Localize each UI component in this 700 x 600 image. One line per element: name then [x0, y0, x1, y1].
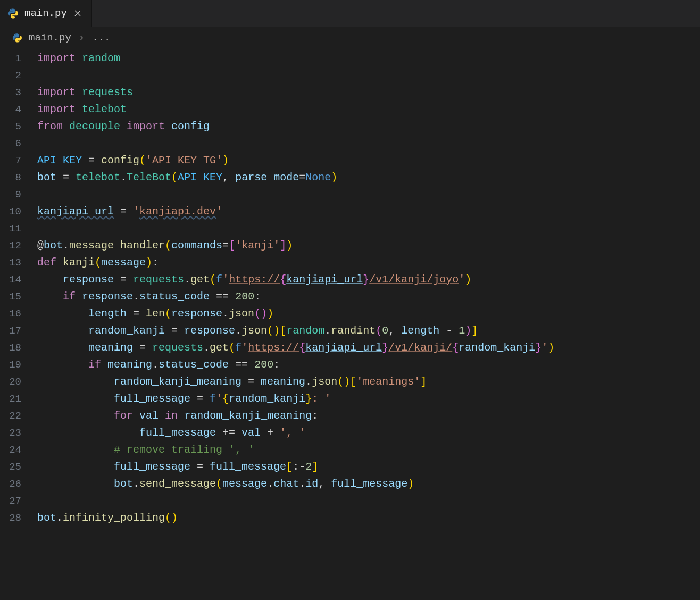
code-line[interactable]: 18 meaning = requests.get(f'https://{kan…: [0, 339, 700, 356]
code-line[interactable]: 26 bot.send_message(message.chat.id, ful…: [0, 476, 700, 493]
code-content[interactable]: length = len(response.json()): [37, 305, 273, 322]
code-line[interactable]: 13def kanji(message):: [0, 254, 700, 271]
line-number: 6: [0, 135, 37, 152]
code-content[interactable]: bot.infinity_polling(): [37, 510, 178, 527]
code-content[interactable]: import random: [37, 50, 120, 67]
python-icon: [7, 7, 19, 19]
code-content[interactable]: import telebot: [37, 101, 127, 118]
code-content[interactable]: full_message = f'{random_kanji}: ': [37, 390, 331, 407]
breadcrumb[interactable]: main.py › ...: [0, 27, 700, 49]
line-number: 27: [0, 493, 37, 510]
line-number: 20: [0, 373, 37, 390]
line-number: 21: [0, 390, 37, 407]
line-number: 28: [0, 510, 37, 527]
code-line[interactable]: 14 response = requests.get(f'https://{ka…: [0, 271, 700, 288]
code-line[interactable]: 3import requests: [0, 84, 700, 101]
line-number: 19: [0, 356, 37, 373]
breadcrumb-ellipsis[interactable]: ...: [92, 32, 110, 44]
code-line[interactable]: 21 full_message = f'{random_kanji}: ': [0, 390, 700, 407]
code-line[interactable]: 24 # remove trailing ', ': [0, 441, 700, 459]
line-number: 15: [0, 288, 37, 305]
line-number: 13: [0, 254, 37, 271]
code-content[interactable]: for val in random_kanji_meaning:: [37, 407, 318, 424]
code-line[interactable]: 1import random: [0, 50, 700, 67]
code-content[interactable]: random_kanji_meaning = meaning.json()['m…: [37, 373, 427, 390]
line-number: 17: [0, 322, 37, 339]
code-line[interactable]: 10kanjiapi_url = 'kanjiapi.dev': [0, 203, 700, 220]
code-line[interactable]: 27: [0, 493, 700, 510]
code-line[interactable]: 7API_KEY = config('API_KEY_TG'): [0, 152, 700, 169]
code-content[interactable]: bot.send_message(message.chat.id, full_m…: [37, 476, 414, 493]
code-line[interactable]: 2: [0, 67, 700, 84]
line-number: 22: [0, 407, 37, 424]
code-content[interactable]: if response.status_code == 200:: [37, 288, 261, 305]
code-content[interactable]: bot = telebot.TeleBot(API_KEY, parse_mod…: [37, 169, 337, 186]
close-icon[interactable]: [72, 8, 83, 19]
line-number: 11: [0, 220, 37, 237]
code-line[interactable]: 6: [0, 135, 700, 152]
code-content[interactable]: random_kanji = response.json()[random.ra…: [37, 322, 478, 339]
breadcrumb-separator: ›: [79, 32, 85, 44]
line-number: 16: [0, 305, 37, 322]
python-icon: [12, 32, 23, 44]
code-line[interactable]: 5from decouple import config: [0, 118, 700, 135]
code-content[interactable]: @bot.message_handler(commands=['kanji']): [37, 237, 293, 254]
code-line[interactable]: 20 random_kanji_meaning = meaning.json()…: [0, 373, 700, 390]
code-content[interactable]: if meaning.status_code == 200:: [37, 356, 280, 373]
line-number: 12: [0, 237, 37, 254]
code-line[interactable]: 4import telebot: [0, 101, 700, 118]
line-number: 3: [0, 84, 37, 101]
tab-label: main.py: [24, 7, 67, 19]
code-content[interactable]: kanjiapi_url = 'kanjiapi.dev': [37, 203, 222, 220]
code-content[interactable]: from decouple import config: [37, 118, 210, 135]
code-line[interactable]: 28bot.infinity_polling(): [0, 510, 700, 527]
code-content[interactable]: meaning = requests.get(f'https://{kanjia…: [37, 339, 554, 356]
line-number: 4: [0, 101, 37, 118]
code-line[interactable]: 25 full_message = full_message[:-2]: [0, 459, 700, 476]
code-content[interactable]: full_message = full_message[:-2]: [37, 459, 318, 476]
line-number: 8: [0, 169, 37, 186]
code-content[interactable]: full_message += val + ', ': [37, 424, 305, 441]
code-line[interactable]: 12@bot.message_handler(commands=['kanji'…: [0, 237, 700, 254]
code-line[interactable]: 9: [0, 186, 700, 203]
line-number: 24: [0, 441, 37, 459]
code-content[interactable]: # remove trailing ', ': [37, 441, 254, 459]
code-line[interactable]: 16 length = len(response.json()): [0, 305, 700, 322]
line-number: 14: [0, 271, 37, 288]
code-line[interactable]: 11: [0, 220, 700, 237]
line-number: 9: [0, 186, 37, 203]
line-number: 7: [0, 152, 37, 169]
line-number: 10: [0, 203, 37, 220]
line-number: 1: [0, 50, 37, 67]
line-number: 25: [0, 459, 37, 476]
code-content[interactable]: response = requests.get(f'https://{kanji…: [37, 271, 471, 288]
code-line[interactable]: 17 random_kanji = response.json()[random…: [0, 322, 700, 339]
line-number: 5: [0, 118, 37, 135]
code-line[interactable]: 23 full_message += val + ', ': [0, 424, 700, 441]
line-number: 18: [0, 339, 37, 356]
code-line[interactable]: 15 if response.status_code == 200:: [0, 288, 700, 305]
code-line[interactable]: 22 for val in random_kanji_meaning:: [0, 407, 700, 424]
breadcrumb-file[interactable]: main.py: [29, 32, 71, 44]
code-line[interactable]: 8bot = telebot.TeleBot(API_KEY, parse_mo…: [0, 169, 700, 186]
code-line[interactable]: 19 if meaning.status_code == 200:: [0, 356, 700, 373]
code-content[interactable]: API_KEY = config('API_KEY_TG'): [37, 152, 229, 169]
code-content[interactable]: import requests: [37, 84, 133, 101]
line-number: 23: [0, 424, 37, 441]
code-content[interactable]: def kanji(message):: [37, 254, 159, 271]
tab-main-py[interactable]: main.py: [0, 0, 92, 27]
line-number: 2: [0, 67, 37, 84]
code-editor[interactable]: 1import random23import requests4import t…: [0, 49, 700, 527]
line-number: 26: [0, 476, 37, 493]
tab-bar: main.py: [0, 0, 700, 27]
